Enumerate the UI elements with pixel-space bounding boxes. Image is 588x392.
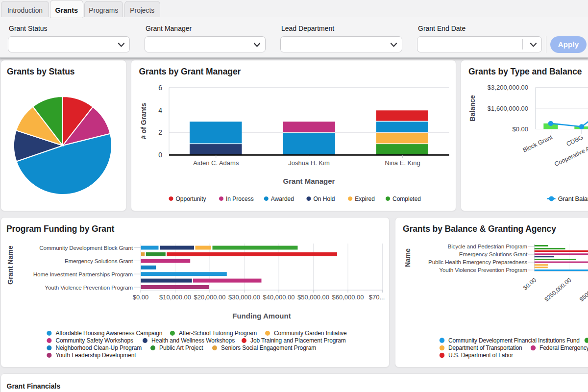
svg-text:$0.00: $0.00 [133,294,149,301]
svg-text:6: 6 [158,84,162,92]
svg-text:Funding Amount: Funding Amount [232,312,291,320]
svg-text:$30,000.00: $30,000.00 [228,294,260,301]
svg-text:Community Development Financia: Community Development Financial Institut… [448,337,580,344]
svg-text:$250,000.00: $250,000.00 [543,276,572,303]
svg-text:$1,600,000.00: $1,600,000.00 [488,105,528,112]
svg-text:Joshua H. Kim: Joshua H. Kim [288,159,330,167]
svg-text:U.S. Department of Labor: U.S. Department of Labor [448,352,513,359]
svg-text:0: 0 [158,151,162,159]
svg-text:2: 2 [158,128,162,136]
svg-text:Grant Balance: Grant Balance [558,195,588,202]
svg-text:Department of Transportation: Department of Transportation [448,344,522,351]
svg-text:$10,000.00: $10,000.00 [159,294,191,301]
svg-text:$3,200,000.00: $3,200,000.00 [488,84,528,91]
svg-text:Bicycle and Pedestrian Program: Bicycle and Pedestrian Program [447,243,527,250]
svg-text:Community Garden Initiative: Community Garden Initiative [274,330,347,337]
svg-text:$500,000.00: $500,000.00 [578,276,588,303]
svg-text:Nina E. King: Nina E. King [385,159,420,167]
svg-text:Youth Violence Prevention Prog: Youth Violence Prevention Program [439,267,527,273]
svg-text:On Hold: On Hold [313,196,335,202]
svg-text:Community Safety Workshops: Community Safety Workshops [55,337,133,344]
svg-text:$40,000.00: $40,000.00 [263,294,294,301]
svg-text:$0.00: $0.00 [512,125,528,133]
svg-text:Health and Wellness Workshops: Health and Wellness Workshops [151,337,235,344]
svg-text:CDBG: CDBG [565,134,585,147]
svg-text:$50,000.00: $50,000.00 [297,294,329,301]
svg-text:Affordable Housing Awareness C: Affordable Housing Awareness Campaign [55,330,162,337]
svg-text:Neighborhood Clean-Up Program: Neighborhood Clean-Up Program [55,344,142,351]
svg-text:$70...: $70... [369,294,385,301]
svg-text:4: 4 [158,106,162,114]
svg-text:Community Development Block Gr: Community Development Block Grant [39,245,133,251]
svg-text:$0.00: $0.00 [522,276,538,291]
svg-text:$20,000.00: $20,000.00 [194,294,225,301]
svg-text:Seniors Social Engagement Prog: Seniors Social Engagement Program [221,344,316,351]
svg-text:Public Art Project: Public Art Project [159,344,203,351]
svg-text:# of Grants: # of Grants [139,103,147,139]
svg-text:Block Grant: Block Grant [522,134,554,154]
svg-text:Opportunity: Opportunity [175,196,206,202]
svg-text:Awarded: Awarded [270,196,294,202]
svg-text:Federal Emergency Management A: Federal Emergency Management Agency [539,344,588,351]
svg-text:Grant Name: Grant Name [6,245,14,285]
svg-text:Home Investment Partnerships P: Home Investment Partnerships Program [33,271,133,278]
svg-text:In Process: In Process [226,196,254,202]
svg-text:$60,000.00: $60,000.00 [332,294,364,301]
svg-text:Youth Violence Prevention Prog: Youth Violence Prevention Program [45,284,133,291]
svg-text:Job Training and Placement Pro: Job Training and Placement Program [250,337,346,344]
svg-text:Name: Name [404,248,412,267]
svg-text:Aiden C. Adams: Aiden C. Adams [193,159,239,167]
svg-text:Balance: Balance [468,95,476,122]
svg-text:Completed: Completed [392,196,421,202]
svg-text:Expired: Expired [355,196,375,202]
svg-text:Grant Manager: Grant Manager [283,177,335,185]
svg-text:Emergency Solutions Grant: Emergency Solutions Grant [459,251,528,258]
svg-text:Public Health Emergency Prepar: Public Health Emergency Preparedness [428,259,527,266]
svg-text:Youth Leadership Development: Youth Leadership Development [55,352,136,359]
svg-text:Emergency Solutions Grant: Emergency Solutions Grant [65,258,133,265]
svg-text:After-School Tutoring Program: After-School Tutoring Program [179,330,257,337]
